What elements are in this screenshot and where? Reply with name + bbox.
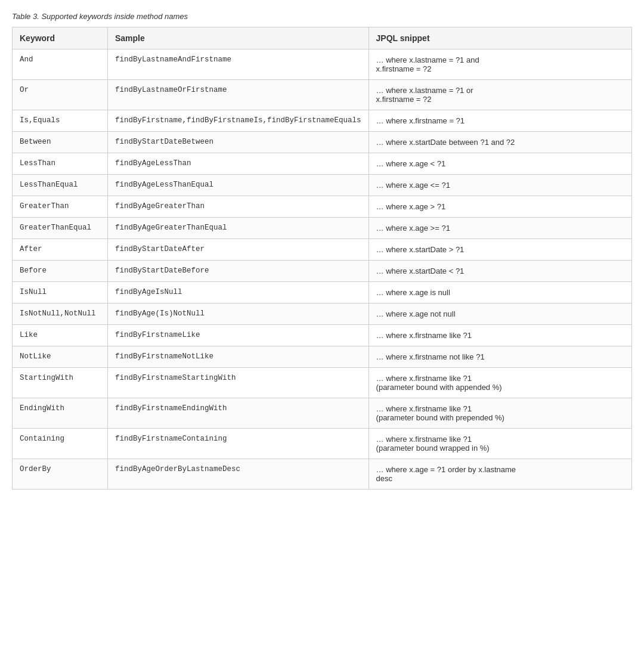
cell-sample: findByAgeOrderByLastnameDesc: [108, 459, 369, 489]
cell-sample: findByFirstname,findByFirstnameIs,findBy…: [108, 110, 369, 132]
table-row: StartingWithfindByFirstnameStartingWith……: [13, 368, 632, 398]
cell-keyword: StartingWith: [13, 368, 108, 398]
cell-jpql: … where x.age <= ?1: [369, 175, 631, 196]
table-row: BetweenfindByStartDateBetween… where x.s…: [13, 132, 632, 153]
cell-sample: findByAgeIsNull: [108, 282, 369, 303]
cell-keyword: EndingWith: [13, 398, 108, 429]
table-row: AndfindByLastnameAndFirstname… where x.l…: [13, 49, 632, 80]
cell-keyword: After: [13, 239, 108, 261]
cell-keyword: Is,Equals: [13, 110, 108, 132]
cell-jpql: … where x.firstname like ?1 (parameter b…: [369, 429, 631, 459]
table-row: AfterfindByStartDateAfter… where x.start…: [13, 239, 632, 261]
cell-keyword: GreaterThan: [13, 196, 108, 218]
table-row: GreaterThanEqualfindByAgeGreaterThanEqua…: [13, 218, 632, 239]
cell-sample: findByStartDateAfter: [108, 239, 369, 261]
table-row: LessThanfindByAgeLessThan… where x.age <…: [13, 153, 632, 175]
table-row: EndingWithfindByFirstnameEndingWith… whe…: [13, 398, 632, 429]
cell-jpql: … where x.age is null: [369, 282, 631, 303]
cell-sample: findByAgeGreaterThan: [108, 196, 369, 218]
table-row: OrderByfindByAgeOrderByLastnameDesc… whe…: [13, 459, 632, 489]
cell-keyword: Before: [13, 261, 108, 282]
table-caption: Table 3. Supported keywords inside metho…: [12, 12, 632, 21]
cell-sample: findByStartDateBefore: [108, 261, 369, 282]
cell-jpql: … where x.startDate > ?1: [369, 239, 631, 261]
table-row: IsNotNull,NotNullfindByAge(Is)NotNull… w…: [13, 303, 632, 325]
cell-sample: findByAgeLessThan: [108, 153, 369, 175]
cell-jpql: … where x.lastname = ?1 orx.firstname = …: [369, 80, 631, 110]
keywords-table: Keyword Sample JPQL snippet AndfindByLas…: [12, 27, 632, 489]
cell-jpql: … where x.age = ?1 order by x.lastnamede…: [369, 459, 631, 489]
cell-keyword: IsNull: [13, 282, 108, 303]
cell-keyword: Or: [13, 80, 108, 110]
cell-keyword: NotLike: [13, 346, 108, 368]
cell-keyword: Between: [13, 132, 108, 153]
cell-jpql: … where x.startDate < ?1: [369, 261, 631, 282]
cell-jpql: … where x.age > ?1: [369, 196, 631, 218]
cell-keyword: LessThanEqual: [13, 175, 108, 196]
cell-keyword: IsNotNull,NotNull: [13, 303, 108, 325]
cell-keyword: Like: [13, 325, 108, 346]
table-row: GreaterThanfindByAgeGreaterThan… where x…: [13, 196, 632, 218]
table-row: LikefindByFirstnameLike… where x.firstna…: [13, 325, 632, 346]
cell-sample: findByFirstnameStartingWith: [108, 368, 369, 398]
table-row: OrfindByLastnameOrFirstname… where x.las…: [13, 80, 632, 110]
cell-sample: findByFirstnameNotLike: [108, 346, 369, 368]
table-row: Is,EqualsfindByFirstname,findByFirstname…: [13, 110, 632, 132]
cell-jpql: … where x.firstname like ?1 (parameter b…: [369, 368, 631, 398]
cell-sample: findByFirstnameContaining: [108, 429, 369, 459]
col-jpql: JPQL snippet: [369, 27, 631, 49]
cell-jpql: … where x.lastname = ?1 andx.firstname =…: [369, 49, 631, 80]
cell-keyword: LessThan: [13, 153, 108, 175]
cell-jpql: … where x.startDate between ?1 and ?2: [369, 132, 631, 153]
cell-jpql: … where x.age < ?1: [369, 153, 631, 175]
cell-keyword: And: [13, 49, 108, 80]
table-row: IsNullfindByAgeIsNull… where x.age is nu…: [13, 282, 632, 303]
cell-sample: findByLastnameAndFirstname: [108, 49, 369, 80]
table-header-row: Keyword Sample JPQL snippet: [13, 27, 632, 49]
cell-sample: findByAge(Is)NotNull: [108, 303, 369, 325]
cell-sample: findByFirstnameEndingWith: [108, 398, 369, 429]
cell-jpql: … where x.firstname = ?1: [369, 110, 631, 132]
table-row: BeforefindByStartDateBefore… where x.sta…: [13, 261, 632, 282]
cell-keyword: OrderBy: [13, 459, 108, 489]
cell-jpql: … where x.age not null: [369, 303, 631, 325]
col-sample: Sample: [108, 27, 369, 49]
table-row: LessThanEqualfindByAgeLessThanEqual… whe…: [13, 175, 632, 196]
cell-sample: findByAgeLessThanEqual: [108, 175, 369, 196]
table-row: ContainingfindByFirstnameContaining… whe…: [13, 429, 632, 459]
cell-keyword: Containing: [13, 429, 108, 459]
table-row: NotLikefindByFirstnameNotLike… where x.f…: [13, 346, 632, 368]
cell-jpql: … where x.firstname like ?1 (parameter b…: [369, 398, 631, 429]
cell-sample: findByFirstnameLike: [108, 325, 369, 346]
cell-jpql: … where x.age >= ?1: [369, 218, 631, 239]
cell-sample: findByLastnameOrFirstname: [108, 80, 369, 110]
cell-jpql: … where x.firstname like ?1: [369, 325, 631, 346]
cell-sample: findByStartDateBetween: [108, 132, 369, 153]
cell-jpql: … where x.firstname not like ?1: [369, 346, 631, 368]
cell-keyword: GreaterThanEqual: [13, 218, 108, 239]
cell-sample: findByAgeGreaterThanEqual: [108, 218, 369, 239]
col-keyword: Keyword: [13, 27, 108, 49]
